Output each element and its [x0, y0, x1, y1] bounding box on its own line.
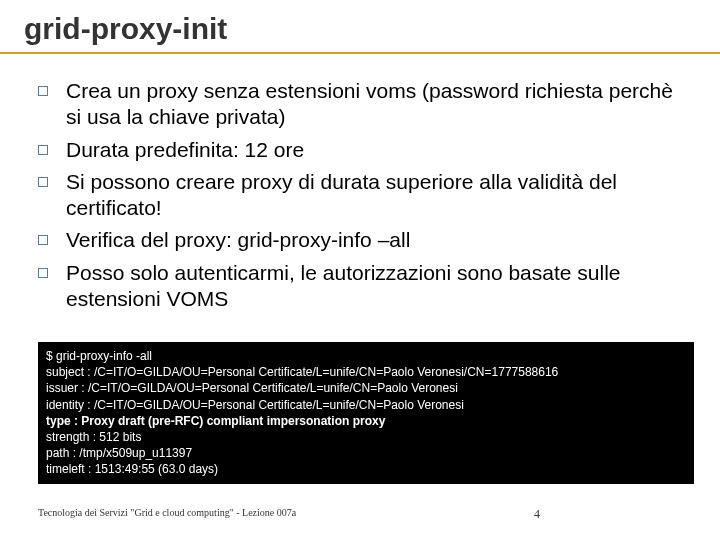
bullet-text: Si possono creare proxy di durata superi… [66, 169, 690, 222]
bullet-text: Posso solo autenticarmi, le autorizzazio… [66, 260, 690, 313]
bullet-text: Durata predefinita: 12 ore [66, 137, 304, 163]
page-number: 4 [534, 507, 540, 522]
bullet-text: Verifica del proxy: grid-proxy-info –all [66, 227, 410, 253]
slide-title: grid-proxy-init [24, 12, 720, 46]
list-item: Crea un proxy senza estensioni voms (pas… [38, 78, 690, 131]
terminal-line: path : /tmp/x509up_u11397 [46, 445, 686, 461]
list-item: Posso solo autenticarmi, le autorizzazio… [38, 260, 690, 313]
bullet-icon [38, 86, 48, 96]
list-item: Verifica del proxy: grid-proxy-info –all [38, 227, 690, 253]
terminal-line: type : Proxy draft (pre-RFC) compliant i… [46, 413, 686, 429]
bullet-text: Crea un proxy senza estensioni voms (pas… [66, 78, 690, 131]
bullet-icon [38, 177, 48, 187]
terminal-line: $ grid-proxy-info -all [46, 348, 686, 364]
footer: Tecnologia dei Servizi "Grid e cloud com… [0, 507, 720, 522]
terminal-line: identity : /C=IT/O=GILDA/OU=Personal Cer… [46, 397, 686, 413]
content-area: Crea un proxy senza estensioni voms (pas… [0, 54, 720, 328]
bullet-icon [38, 235, 48, 245]
terminal-line: issuer : /C=IT/O=GILDA/OU=Personal Certi… [46, 380, 686, 396]
bullet-icon [38, 268, 48, 278]
list-item: Si possono creare proxy di durata superi… [38, 169, 690, 222]
terminal-line: timeleft : 1513:49:55 (63.0 days) [46, 461, 686, 477]
list-item: Durata predefinita: 12 ore [38, 137, 690, 163]
terminal-line: strength : 512 bits [46, 429, 686, 445]
title-bar: grid-proxy-init [0, 0, 720, 54]
terminal-output: $ grid-proxy-info -all subject : /C=IT/O… [38, 342, 694, 484]
bullet-icon [38, 145, 48, 155]
footer-text: Tecnologia dei Servizi "Grid e cloud com… [38, 507, 296, 522]
terminal-line: subject : /C=IT/O=GILDA/OU=Personal Cert… [46, 364, 686, 380]
